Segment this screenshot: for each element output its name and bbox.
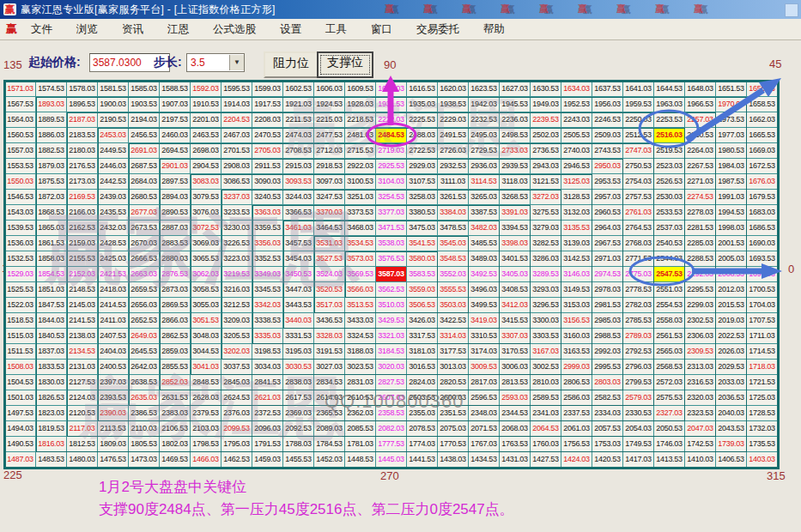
grid-cell: 2232.53 xyxy=(469,112,500,128)
titlebar-stamp: 赢 xyxy=(501,3,510,15)
grid-cell: 2680.53 xyxy=(129,190,160,205)
grid-cell: 3209.03 xyxy=(221,313,252,329)
grid-cell: 1427.53 xyxy=(531,452,561,468)
support-button[interactable]: 支撑位 xyxy=(317,51,373,78)
grid-cell: 2278.03 xyxy=(685,205,716,221)
grid-cell: 1991.03 xyxy=(716,190,747,205)
grid-cell: 2225.53 xyxy=(407,112,438,128)
grid-cell: 1571.03 xyxy=(5,82,36,97)
grid-cell: 2204.53 xyxy=(221,112,252,128)
grid-cell: 2705.03 xyxy=(252,143,283,159)
grid-cell: 2414.53 xyxy=(98,298,129,313)
grid-cell: 3443.53 xyxy=(283,298,314,313)
grid-cell: 3163.53 xyxy=(561,344,592,360)
grid-cell: 2432.03 xyxy=(98,221,129,236)
grid-cell: 3237.03 xyxy=(221,190,252,205)
grid-cell: 2526.53 xyxy=(654,174,685,190)
window-title: 赢家江恩专业版[赢家服务平台] - [上证指数价格正方形] xyxy=(21,3,276,17)
grid-cell: 1735.53 xyxy=(747,437,778,452)
grid-cell: 1508.03 xyxy=(5,360,36,375)
window-button[interactable] xyxy=(785,3,798,17)
grid-cell: 2152.03 xyxy=(67,267,98,282)
menu-item-2[interactable]: 资讯 xyxy=(122,22,143,37)
grid-cell: 2995.53 xyxy=(592,360,623,375)
grid-cell: 1476.53 xyxy=(98,452,129,468)
grid-cell: 2330.53 xyxy=(623,406,654,421)
grid-cell: 3188.03 xyxy=(345,344,376,360)
grid-cell: 3328.03 xyxy=(314,329,345,344)
grid-cell: 2596.53 xyxy=(469,390,500,406)
grid-cell: 3461.03 xyxy=(283,221,314,236)
grid-cell: 2831.03 xyxy=(345,375,376,390)
grid-cell: 3419.03 xyxy=(469,313,500,329)
menu-item-7[interactable]: 窗口 xyxy=(371,22,392,37)
menu-item-5[interactable]: 设置 xyxy=(280,22,301,37)
grid-cell: 1798.53 xyxy=(191,437,221,452)
grid-cell: 2719.03 xyxy=(376,143,407,159)
grid-cell: 2635.03 xyxy=(129,390,160,406)
menu-item-1[interactable]: 浏览 xyxy=(76,22,98,37)
start-price-label: 起始价格: xyxy=(28,55,81,70)
grid-cell: 3051.53 xyxy=(191,313,221,329)
grid-cell: 1511.53 xyxy=(5,344,36,360)
grid-cell: 2194.03 xyxy=(129,112,160,128)
grid-cell: 2453.03 xyxy=(98,128,129,143)
grid-cell: 3576.53 xyxy=(376,251,407,267)
grid-cell: 1980.53 xyxy=(716,143,747,159)
grid-cell: 2778.53 xyxy=(623,282,654,298)
grid-cell: 1889.53 xyxy=(36,112,67,128)
menu-item-8[interactable]: 交易委托 xyxy=(416,22,459,37)
grid-cell: 1844.03 xyxy=(36,313,67,329)
grid-cell: 1616.53 xyxy=(407,82,438,97)
grid-cell: 3282.53 xyxy=(531,236,561,251)
grid-cell: 2607.03 xyxy=(376,390,407,406)
grid-cell: 2848.53 xyxy=(191,375,221,390)
chevron-down-icon[interactable]: ▼ xyxy=(229,55,244,70)
grid-cell: 1609.53 xyxy=(345,82,376,97)
grid-cell: 2029.53 xyxy=(716,360,747,375)
grid-cell: 3349.03 xyxy=(252,267,283,282)
grid-cell: 3475.03 xyxy=(407,221,438,236)
menu-item-6[interactable]: 工具 xyxy=(325,22,347,37)
grid-cell: 3160.03 xyxy=(561,329,592,344)
resistance-button[interactable]: 阻力位 xyxy=(264,51,319,78)
grid-cell: 2082.03 xyxy=(376,421,407,437)
grid-cell: 1539.53 xyxy=(5,221,36,236)
grid-cell: 3366.53 xyxy=(283,205,314,221)
grid-cell: 1774.03 xyxy=(407,437,438,452)
grid-cell: 2617.53 xyxy=(283,390,314,406)
grid-cell: 2439.03 xyxy=(98,190,129,205)
menu-item-0[interactable]: 文件 xyxy=(31,22,52,37)
grid-cell: 3394.53 xyxy=(500,221,531,236)
grid-cell: 1574.53 xyxy=(36,82,67,97)
menu-item-3[interactable]: 江恩 xyxy=(167,22,189,37)
grid-cell: 1956.03 xyxy=(592,97,623,112)
menu-item-9[interactable]: 帮助 xyxy=(483,22,505,37)
grid-cell: 1406.53 xyxy=(716,452,747,468)
grid-cell: 1900.03 xyxy=(98,97,129,112)
grid-cell: 1490.53 xyxy=(5,437,36,452)
grid-cell: 3359.53 xyxy=(252,221,283,236)
grid-cell: 3503.03 xyxy=(438,298,469,313)
grid-cell: 2033.03 xyxy=(716,375,747,390)
grid-cell: 2309.53 xyxy=(685,344,716,360)
angle-label-270: 270 xyxy=(380,469,399,482)
grid-cell: 2687.53 xyxy=(129,159,160,174)
grid-cell: 1977.03 xyxy=(716,128,747,143)
grid-cell: 2943.03 xyxy=(531,159,561,174)
grid-cell: 1522.03 xyxy=(5,298,36,313)
grid-cell: 2421.53 xyxy=(98,267,129,282)
grid-cell: 2365.53 xyxy=(314,406,345,421)
grid-cell: 3086.53 xyxy=(221,174,252,190)
grid-cell: 2159.03 xyxy=(67,236,98,251)
grid-cell: 3356.03 xyxy=(252,236,283,251)
grid-cell: 1473.03 xyxy=(129,452,160,468)
step-select[interactable]: 3.5 ▼ xyxy=(186,53,245,72)
titlebar-stamp: 赢 xyxy=(462,3,471,15)
titlebar-stamp: 赢 xyxy=(578,3,587,15)
grid-cell: 2869.53 xyxy=(160,298,191,313)
grid-cell: 2810.03 xyxy=(531,375,561,390)
menu-item-4[interactable]: 公式选股 xyxy=(213,22,256,37)
grid-cell: 2334.03 xyxy=(592,406,623,421)
grid-cell: 2110.03 xyxy=(129,421,160,437)
